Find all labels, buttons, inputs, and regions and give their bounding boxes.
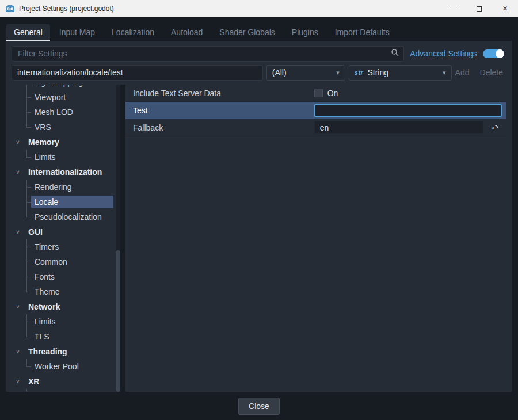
sidebar-item-lightmapping[interactable]: Lightmapping xyxy=(12,85,120,90)
string-type-icon: str xyxy=(355,69,364,76)
filter-settings-input[interactable] xyxy=(17,48,391,59)
settings-body: Lightmapping Viewport Mesh LOD VRS Memor… xyxy=(12,85,506,392)
delete-button[interactable]: Delete xyxy=(480,68,503,77)
advanced-settings-label: Advanced Settings xyxy=(410,49,477,58)
feature-filter-dropdown[interactable]: (All) ▾ xyxy=(266,65,345,81)
sidebar-section-xr[interactable]: XR xyxy=(12,374,120,389)
svg-text:a: a xyxy=(492,125,494,131)
feature-filter-value: (All) xyxy=(272,68,287,77)
sidebar-section-internationalization[interactable]: Internationalization xyxy=(12,165,120,180)
sidebar-item-tls[interactable]: TLS xyxy=(12,329,120,344)
sidebar-section-network[interactable]: Network xyxy=(12,299,120,314)
filter-settings-searchbox[interactable] xyxy=(12,46,404,62)
chevron-expanded-icon xyxy=(16,304,22,310)
add-button[interactable]: Add xyxy=(455,68,470,77)
settings-tree-sidebar: Lightmapping Viewport Mesh LOD VRS Memor… xyxy=(12,85,120,392)
general-settings-panel: Advanced Settings (All) ▾ str String ▾ A… xyxy=(6,41,512,392)
chevron-expanded-icon xyxy=(16,139,22,146)
include-text-server-data-checkbox[interactable] xyxy=(314,89,323,97)
minimize-button[interactable] xyxy=(440,0,466,17)
sidebar-item-openxr[interactable]: OpenXR xyxy=(12,389,120,392)
sidebar-main-divider xyxy=(120,85,125,392)
chevron-expanded-icon xyxy=(16,349,22,355)
tab-plugins[interactable]: Plugins xyxy=(284,24,326,41)
chevron-down-icon: ▾ xyxy=(443,69,446,77)
advanced-settings-toggle[interactable] xyxy=(483,49,504,58)
property-row-test[interactable]: Test xyxy=(125,102,506,119)
search-icon xyxy=(391,48,399,59)
chevron-expanded-icon xyxy=(16,379,22,385)
sidebar-item-mesh-lod[interactable]: Mesh LOD xyxy=(12,105,120,120)
sidebar-item-rendering[interactable]: Rendering xyxy=(12,180,120,194)
sidebar-item-fonts[interactable]: Fonts xyxy=(12,269,120,284)
maximize-icon xyxy=(477,6,482,12)
window-titlebar: Project Settings (project.godot) ✕ xyxy=(0,0,518,17)
maximize-button[interactable] xyxy=(466,0,492,17)
tab-shader-globals[interactable]: Shader Globals xyxy=(212,24,283,41)
project-settings-dialog: General Input Map Localization Autoload … xyxy=(0,17,518,420)
close-window-button[interactable]: ✕ xyxy=(492,0,518,17)
chevron-expanded-icon xyxy=(16,229,22,235)
property-path-input[interactable] xyxy=(12,65,263,81)
locale-picker-icon: a xyxy=(491,124,499,132)
sidebar-item-locale[interactable]: Locale xyxy=(12,194,120,209)
property-label: Test xyxy=(125,106,314,115)
locale-picker-button[interactable]: a xyxy=(488,121,502,135)
property-add-bar: (All) ▾ str String ▾ Add Delete xyxy=(12,64,506,81)
sidebar-item-timers[interactable]: Timers xyxy=(12,239,120,254)
locale-properties-panel: Include Text Server Data On Test Fallbac… xyxy=(125,85,506,392)
sidebar-item-viewport[interactable]: Viewport xyxy=(12,90,120,105)
dialog-footer: Close xyxy=(6,392,512,420)
chevron-down-icon: ▾ xyxy=(336,69,340,77)
sidebar-item-limits[interactable]: Limits xyxy=(12,150,120,165)
sidebar-section-gui[interactable]: GUI xyxy=(12,224,120,239)
settings-tabbar: General Input Map Localization Autoload … xyxy=(6,24,512,41)
sidebar-item-worker-pool[interactable]: Worker Pool xyxy=(12,359,120,374)
filter-row: Advanced Settings xyxy=(12,45,506,62)
checkbox-on-label: On xyxy=(327,89,338,98)
sidebar-item-pseudolocalization[interactable]: Pseudolocalization xyxy=(12,209,120,224)
sidebar-item-theme[interactable]: Theme xyxy=(12,284,120,299)
sidebar-section-memory[interactable]: Memory xyxy=(12,135,120,150)
type-value: String xyxy=(367,68,389,77)
tab-localization[interactable]: Localization xyxy=(104,24,162,41)
property-row-include-text-server-data[interactable]: Include Text Server Data On xyxy=(125,85,506,102)
godot-logo-icon xyxy=(5,4,15,14)
sidebar-item-network-limits[interactable]: Limits xyxy=(12,314,120,329)
window-title: Project Settings (project.godot) xyxy=(19,5,440,13)
sidebar-item-common[interactable]: Common xyxy=(12,254,120,269)
fallback-value-input[interactable] xyxy=(314,121,483,134)
test-value-input[interactable] xyxy=(314,104,502,117)
chevron-expanded-icon xyxy=(16,169,22,175)
sidebar-scrollbar-thumb[interactable] xyxy=(116,250,120,392)
close-dialog-button[interactable]: Close xyxy=(238,398,280,415)
sidebar-section-threading[interactable]: Threading xyxy=(12,344,120,359)
sidebar-scrollbar-track[interactable] xyxy=(116,85,120,392)
property-label: Include Text Server Data xyxy=(125,89,314,98)
tab-autoload[interactable]: Autoload xyxy=(163,24,210,41)
tab-general[interactable]: General xyxy=(6,24,50,41)
property-row-fallback[interactable]: Fallback a xyxy=(125,119,506,136)
minimize-icon xyxy=(451,9,456,9)
property-label: Fallback xyxy=(125,123,314,132)
toggle-knob xyxy=(496,49,504,58)
close-icon: ✕ xyxy=(502,5,508,12)
tab-input-map[interactable]: Input Map xyxy=(52,24,102,41)
tab-import-defaults[interactable]: Import Defaults xyxy=(327,24,397,41)
sidebar-item-vrs[interactable]: VRS xyxy=(12,120,120,135)
type-dropdown[interactable]: str String ▾ xyxy=(349,65,452,81)
